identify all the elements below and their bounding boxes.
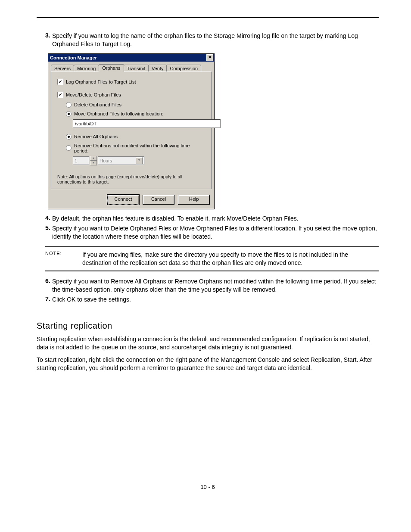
tab-transmit[interactable]: Transmit	[124, 65, 149, 72]
step-5: 5. Specify if you want to Delete Orphane…	[45, 224, 379, 241]
time-period-group: 1 ▲ ▼ Hours ▼	[73, 156, 205, 165]
chevron-down-icon: ▼	[136, 157, 143, 164]
checkbox-icon: ✔	[57, 92, 63, 98]
step-7-text: Click OK to save the settings.	[52, 296, 379, 304]
step-6-marker: 6.	[45, 277, 52, 284]
radio-move-orphaned[interactable]: Move Orphaned Files to following locatio…	[66, 111, 205, 117]
step-4: 4. By default, the orphan files feature …	[45, 215, 379, 223]
tab-servers[interactable]: Servers	[51, 65, 74, 72]
radio-removetime-label: Remove Orphans not modified within the f…	[74, 143, 205, 153]
step-5-marker: 5.	[45, 224, 52, 231]
section-title: Starting replication	[37, 321, 379, 331]
connect-button[interactable]: Connect	[107, 195, 139, 205]
tab-compression[interactable]: Compression	[166, 65, 201, 72]
spinner-buttons[interactable]: ▲ ▼	[90, 156, 97, 165]
tab-mirroring[interactable]: Mirroring	[74, 65, 99, 72]
checkbox-icon: ✔	[57, 79, 63, 85]
radio-icon	[66, 134, 72, 140]
checkbox-movedel-label: Move/Delete Orphan Files	[66, 92, 121, 97]
radio-icon	[66, 145, 72, 151]
page-number: 10 - 6	[37, 484, 379, 490]
dialog-title: Connection Manager	[50, 55, 206, 60]
tab-panel-orphans: ✔ Log Orphaned Files to Target List ✔ Mo…	[51, 72, 212, 189]
radio-delete-orphaned[interactable]: Delete Orphaned Files	[66, 102, 205, 108]
cancel-button[interactable]: Cancel	[143, 195, 174, 205]
step-4-marker: 4.	[45, 215, 52, 221]
step-7: 7. Click OK to save the settings.	[45, 296, 379, 304]
chevron-up-icon: ▲	[90, 156, 97, 161]
step-3: 3. Specify if you want to log the name o…	[45, 32, 379, 48]
section-p1: Starting replication when establishing a…	[37, 335, 379, 352]
time-unit-select[interactable]: Hours ▼	[98, 156, 144, 165]
chevron-down-icon: ▼	[90, 161, 97, 165]
dialog-note: Note: All options on this page (except m…	[57, 174, 205, 184]
note-block: NOTE: If you are moving files, make sure…	[45, 246, 379, 271]
step-3-text: Specify if you want to log the name of t…	[52, 32, 379, 48]
radio-icon	[66, 111, 72, 117]
section-p2: To start replication, right-click the co…	[37, 356, 379, 372]
note-body: If you are moving files, make sure the d…	[82, 251, 379, 267]
radio-removeall-label: Remove All Orphans	[74, 134, 118, 139]
move-path-input[interactable]: /var/lib/DT	[73, 119, 221, 128]
help-button[interactable]: Help	[178, 195, 210, 205]
time-value-input[interactable]: 1	[73, 156, 89, 165]
radio-icon	[66, 102, 72, 108]
top-rule	[37, 17, 379, 18]
checkbox-log-label: Log Orphaned Files to Target List	[66, 79, 136, 84]
checkbox-move-delete[interactable]: ✔ Move/Delete Orphan Files	[57, 92, 205, 98]
step-6-text: Specify if you want to Remove All Orphan…	[52, 277, 379, 294]
close-icon[interactable]: ✕	[206, 54, 213, 61]
step-5-text: Specify if you want to Delete Orphaned F…	[52, 224, 379, 241]
tab-orphans[interactable]: Orphans	[99, 64, 124, 72]
radio-remove-time[interactable]: Remove Orphans not modified within the f…	[66, 143, 205, 153]
step-6: 6. Specify if you want to Remove All Orp…	[45, 277, 379, 294]
checkbox-log-orphaned[interactable]: ✔ Log Orphaned Files to Target List	[57, 79, 205, 85]
dialog-button-row: Connect Cancel Help	[48, 192, 214, 209]
tab-verify[interactable]: Verify	[148, 65, 167, 72]
connection-manager-dialog: Connection Manager ✕ Servers Mirroring O…	[48, 53, 215, 209]
tab-row: Servers Mirroring Orphans Transmit Verif…	[48, 62, 214, 72]
note-label: NOTE:	[45, 251, 82, 267]
radio-delete-label: Delete Orphaned Files	[74, 102, 121, 107]
radio-move-label: Move Orphaned Files to following locatio…	[74, 111, 163, 116]
step-7-marker: 7.	[45, 296, 52, 302]
time-unit-value: Hours	[100, 157, 112, 165]
step-3-marker: 3.	[45, 32, 52, 39]
step-4-text: By default, the orphan files feature is …	[52, 215, 379, 223]
radio-remove-all[interactable]: Remove All Orphans	[66, 134, 205, 140]
dialog-titlebar: Connection Manager ✕	[48, 54, 214, 62]
